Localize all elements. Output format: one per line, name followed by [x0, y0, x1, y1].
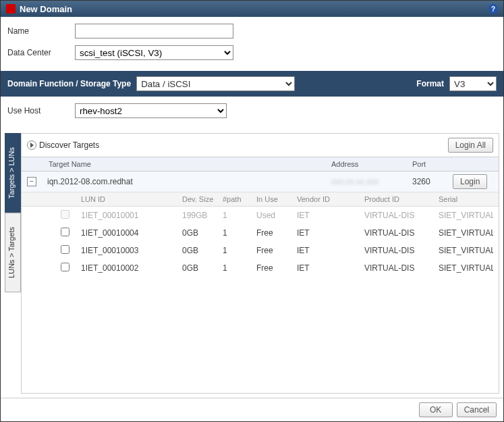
lun-size: 0GB: [182, 228, 223, 238]
discover-targets-toggle[interactable]: Discover Targets: [27, 140, 99, 150]
lun-row[interactable]: 1IET_000100030GB1FreeIETVIRTUAL-DISSIET_…: [22, 242, 499, 259]
side-tabs: Targets > LUNs LUNs > Targets: [5, 133, 21, 394]
use-host-select[interactable]: rhev-host2: [75, 103, 227, 118]
dialog-title: New Domain: [20, 4, 72, 14]
lun-in-use: Free: [256, 246, 297, 255]
ok-button[interactable]: OK: [419, 402, 453, 417]
main-panel: Discover Targets Login All Target Name A…: [21, 133, 499, 394]
lun-serial: SIET_VIRTUAL-: [439, 246, 493, 255]
format-label: Format: [416, 79, 444, 88]
titlebar: New Domain ?: [1, 1, 503, 17]
lun-id: 1IET_00010001: [81, 211, 182, 220]
lun-id: 1IET_00010004: [81, 228, 182, 238]
lun-path: 1: [223, 263, 256, 273]
target-name: iqn.2012-08.com.redhat: [43, 177, 331, 186]
lun-product: VIRTUAL-DIS: [364, 263, 439, 273]
login-all-button[interactable]: Login All: [448, 138, 493, 153]
lun-serial: SIET_VIRTUAL-: [439, 228, 493, 238]
discover-targets-row: Discover Targets Login All: [22, 134, 499, 157]
col-address: Address: [331, 160, 412, 168]
lun-id: 1IET_00010002: [81, 263, 182, 273]
col-action: [453, 160, 493, 168]
lun-path: 1: [223, 228, 256, 238]
storage-type-bar: Domain Function / Storage Type Data / iS…: [1, 71, 503, 97]
lun-vendor: IET: [297, 263, 364, 273]
col-path: #path: [223, 195, 256, 203]
col-port: Port: [412, 160, 453, 168]
data-center-label: Data Center: [7, 48, 75, 57]
lun-size: 199GB: [182, 211, 223, 220]
lun-size: 0GB: [182, 246, 223, 255]
new-domain-dialog: New Domain ? Name Data Center scsi_test …: [0, 0, 504, 422]
lun-id: 1IET_00010003: [81, 246, 182, 255]
lun-path: 1: [223, 211, 256, 220]
use-host-label: Use Host: [7, 106, 75, 115]
lun-checkbox[interactable]: [61, 245, 69, 254]
lun-serial: SIET_VIRTUAL-: [439, 211, 493, 220]
footer: OK Cancel: [1, 398, 503, 421]
luns-container: 1IET_00010001199GB1UsedIETVIRTUAL-DISSIE…: [22, 207, 499, 393]
host-area: Use Host rhev-host2: [1, 97, 503, 129]
logo-icon: [6, 4, 16, 14]
lun-header: LUN ID Dev. Size #path In Use Vendor ID …: [22, 192, 499, 207]
arrow-right-icon: [27, 140, 36, 150]
lun-in-use: Free: [256, 263, 297, 273]
lun-path: 1: [223, 246, 256, 255]
col-serial: Serial: [439, 195, 493, 203]
collapse-icon[interactable]: −: [27, 177, 36, 186]
tab-luns-to-targets[interactable]: LUNs > Targets: [5, 213, 21, 292]
login-button[interactable]: Login: [453, 174, 487, 189]
lun-size: 0GB: [182, 263, 223, 273]
cancel-button[interactable]: Cancel: [457, 402, 497, 417]
discover-targets-label: Discover Targets: [39, 140, 99, 150]
target-port: 3260: [412, 177, 453, 186]
col-product-id: Product ID: [364, 195, 439, 203]
tab-targets-to-luns[interactable]: Targets > LUNs: [5, 133, 21, 213]
domain-function-label: Domain Function / Storage Type: [7, 79, 131, 88]
name-input[interactable]: [75, 24, 233, 38]
format-select[interactable]: V3: [449, 76, 497, 91]
lun-checkbox[interactable]: [61, 263, 69, 271]
content-area: Targets > LUNs LUNs > Targets Discover T…: [1, 129, 503, 398]
lun-product: VIRTUAL-DIS: [364, 246, 439, 255]
data-center-select[interactable]: scsi_test (iSCSI, V3): [75, 45, 233, 60]
lun-in-use: Free: [256, 228, 297, 238]
lun-row[interactable]: 1IET_00010001199GB1UsedIETVIRTUAL-DISSIE…: [22, 207, 499, 224]
lun-product: VIRTUAL-DIS: [364, 211, 439, 220]
col-target-name: Target Name: [49, 160, 331, 168]
lun-vendor: IET: [297, 211, 364, 220]
target-row[interactable]: − iqn.2012-08.com.redhat xxx.xx.xx.xxx 3…: [22, 172, 499, 192]
target-address: xxx.xx.xx.xxx: [331, 177, 412, 186]
lun-vendor: IET: [297, 228, 364, 238]
lun-vendor: IET: [297, 246, 364, 255]
lun-in-use: Used: [256, 211, 297, 220]
lun-checkbox[interactable]: [61, 228, 69, 236]
lun-product: VIRTUAL-DIS: [364, 228, 439, 238]
lun-checkbox[interactable]: [61, 210, 69, 219]
col-in-use: In Use: [256, 195, 297, 203]
help-icon[interactable]: ?: [488, 4, 498, 14]
form-area: Name Data Center scsi_test (iSCSI, V3): [1, 17, 503, 71]
lun-serial: SIET_VIRTUAL-: [439, 263, 493, 273]
target-header: Target Name Address Port: [22, 157, 499, 172]
name-label: Name: [7, 26, 75, 36]
lun-row[interactable]: 1IET_000100020GB1FreeIETVIRTUAL-DISSIET_…: [22, 259, 499, 277]
domain-function-select[interactable]: Data / iSCSI: [136, 76, 295, 91]
col-dev-size: Dev. Size: [182, 195, 223, 203]
lun-row[interactable]: 1IET_000100040GB1FreeIETVIRTUAL-DISSIET_…: [22, 224, 499, 242]
col-lun-id: LUN ID: [81, 195, 182, 203]
col-vendor-id: Vendor ID: [297, 195, 364, 203]
